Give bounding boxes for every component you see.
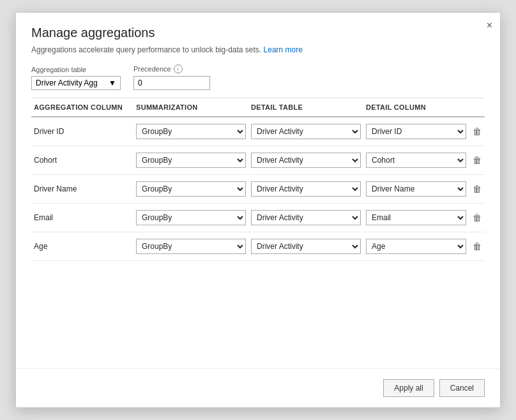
table-row: EmailGroupBySumCountMinMaxAverageDriver … (31, 204, 485, 232)
summarization-select[interactable]: GroupBySumCountMinMaxAverage (136, 124, 246, 139)
detail-table-select[interactable]: Driver Activity (251, 210, 361, 225)
apply-all-button[interactable]: Apply all (383, 379, 434, 397)
aggregations-table: AGGREGATION COLUMN SUMMARIZATION DETAIL … (31, 98, 485, 368)
delete-row-button[interactable]: 🗑 (471, 240, 483, 253)
detail-column-select[interactable]: Driver IDCohortDriver NameEmailAge (366, 153, 466, 168)
detail-column-cell: Driver IDCohortDriver NameEmailAge (363, 239, 469, 254)
detail-column-select[interactable]: Driver IDCohortDriver NameEmailAge (366, 181, 466, 197)
summarization-select[interactable]: GroupBySumCountMinMaxAverage (136, 153, 246, 168)
table-row: AgeGroupBySumCountMinMaxAverageDriver Ac… (31, 232, 485, 261)
row-action-cell: 🗑 (469, 183, 485, 195)
precedence-info-icon: i (174, 64, 183, 73)
agg-table-label: Aggregation table (31, 66, 121, 73)
agg-column-cell: Age (31, 242, 133, 251)
summarization-select[interactable]: GroupBySumCountMinMaxAverage (136, 181, 246, 197)
agg-table-chevron-icon: ▼ (109, 79, 116, 87)
manage-aggregations-dialog: × Manage aggregations Aggregations accel… (15, 12, 501, 408)
detail-column-select[interactable]: Driver IDCohortDriver NameEmailAge (366, 239, 466, 254)
summarization-select[interactable]: GroupBySumCountMinMaxAverage (136, 210, 246, 225)
detail-table-cell: Driver Activity (248, 210, 363, 225)
summarization-cell: GroupBySumCountMinMaxAverage (133, 181, 248, 197)
row-action-cell: 🗑 (469, 211, 485, 224)
table-body: Driver IDGroupBySumCountMinMaxAverageDri… (31, 117, 485, 261)
controls-row: Aggregation table Driver Activity Agg ▼ … (16, 64, 500, 98)
detail-column-cell: Driver IDCohortDriver NameEmailAge (363, 210, 469, 225)
learn-more-link[interactable]: Learn more (264, 45, 303, 54)
agg-column-cell: Driver ID (31, 127, 133, 136)
detail-column-cell: Driver IDCohortDriver NameEmailAge (363, 153, 469, 168)
header-actions (469, 103, 485, 111)
agg-table-control: Aggregation table Driver Activity Agg ▼ (31, 66, 121, 90)
delete-row-button[interactable]: 🗑 (471, 154, 483, 167)
row-action-cell: 🗑 (469, 240, 485, 253)
close-button[interactable]: × (487, 20, 492, 31)
detail-column-select[interactable]: Driver IDCohortDriver NameEmailAge (366, 124, 466, 139)
detail-table-cell: Driver Activity (248, 124, 363, 139)
dialog-subtitle: Aggregations accelerate query performanc… (31, 45, 485, 54)
header-detail-column: DETAIL COLUMN (363, 103, 469, 111)
detail-table-select[interactable]: Driver Activity (251, 239, 361, 254)
detail-column-cell: Driver IDCohortDriver NameEmailAge (363, 124, 469, 139)
header-detail-table: DETAIL TABLE (248, 103, 363, 111)
summarization-select[interactable]: GroupBySumCountMinMaxAverage (136, 239, 246, 254)
row-action-cell: 🗑 (469, 125, 485, 138)
agg-column-cell: Cohort (31, 156, 133, 165)
agg-column-cell: Driver Name (31, 184, 133, 193)
subtitle-text: Aggregations accelerate query performanc… (31, 45, 261, 54)
summarization-cell: GroupBySumCountMinMaxAverage (133, 153, 248, 168)
dialog-title: Manage aggregations (31, 26, 485, 40)
delete-row-button[interactable]: 🗑 (471, 211, 483, 224)
summarization-cell: GroupBySumCountMinMaxAverage (133, 239, 248, 254)
dialog-header: Manage aggregations Aggregations acceler… (16, 13, 500, 64)
agg-table-value: Driver Activity Agg (36, 79, 98, 87)
delete-row-button[interactable]: 🗑 (471, 125, 483, 138)
summarization-cell: GroupBySumCountMinMaxAverage (133, 124, 248, 139)
row-action-cell: 🗑 (469, 154, 485, 167)
detail-table-select[interactable]: Driver Activity (251, 153, 361, 168)
detail-table-cell: Driver Activity (248, 153, 363, 168)
header-agg-column: AGGREGATION COLUMN (31, 103, 133, 111)
summarization-cell: GroupBySumCountMinMaxAverage (133, 210, 248, 225)
detail-table-select[interactable]: Driver Activity (251, 124, 361, 139)
agg-table-select[interactable]: Driver Activity Agg ▼ (31, 76, 121, 90)
detail-table-cell: Driver Activity (248, 181, 363, 197)
detail-table-select[interactable]: Driver Activity (251, 181, 361, 197)
precedence-control: Precedence i (133, 64, 210, 90)
detail-column-cell: Driver IDCohortDriver NameEmailAge (363, 181, 469, 197)
cancel-button[interactable]: Cancel (439, 379, 485, 397)
delete-row-button[interactable]: 🗑 (471, 183, 483, 195)
table-row: Driver NameGroupBySumCountMinMaxAverageD… (31, 175, 485, 204)
header-summarization: SUMMARIZATION (133, 103, 248, 111)
detail-table-cell: Driver Activity (248, 239, 363, 254)
detail-column-select[interactable]: Driver IDCohortDriver NameEmailAge (366, 210, 466, 225)
agg-column-cell: Email (31, 213, 133, 222)
precedence-input[interactable] (133, 76, 210, 90)
table-row: CohortGroupBySumCountMinMaxAverageDriver… (31, 146, 485, 175)
dialog-footer: Apply all Cancel (16, 368, 500, 407)
table-row: Driver IDGroupBySumCountMinMaxAverageDri… (31, 117, 485, 146)
precedence-label: Precedence i (133, 64, 210, 73)
table-header: AGGREGATION COLUMN SUMMARIZATION DETAIL … (31, 98, 485, 117)
